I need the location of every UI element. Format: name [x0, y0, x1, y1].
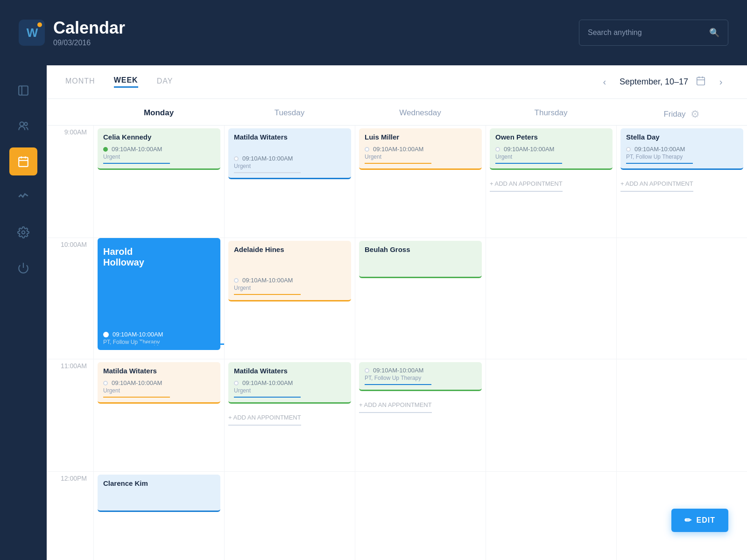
logo-icon: W — [19, 20, 45, 46]
wednesday-12pm-cell — [355, 472, 486, 560]
tabs-left: MONTH WEEK DAY — [65, 76, 173, 88]
friday-10am-cell — [616, 238, 747, 359]
appt-dot — [234, 381, 239, 385]
header-friday: Friday ⚙ — [616, 108, 747, 120]
sidebar-item-analytics[interactable] — [9, 183, 37, 211]
tuesday-11am-cell: Matilda Witaters 09:10AM-10:00AM Urgent … — [224, 359, 355, 471]
appt-owen-peters[interactable]: Owen Peters 09:10AM-10:00AM Urgent — [490, 128, 613, 170]
appt-type: PT, Follow Up Therapy — [626, 154, 738, 160]
monday-9am-cell: Celia Kennedy 09:10AM-10:00AM Urgent — [93, 126, 224, 238]
monday-12pm-cell: Clarence Kim — [93, 472, 224, 560]
header-monday: Monday — [93, 108, 224, 120]
appt-stella-day[interactable]: Stella Day 09:10AM-10:00AM PT, Follow Up… — [620, 128, 743, 170]
svg-rect-0 — [19, 86, 28, 95]
time-label-10am: 10:00AM — [47, 238, 93, 359]
appt-time: 09:10AM-10:00AM — [234, 155, 345, 162]
calendar-grid: Monday Tuesday Wednesday Thursday Friday… — [47, 99, 747, 560]
svg-rect-10 — [697, 77, 705, 85]
date-range: September, 10–17 — [620, 77, 688, 87]
sidebar-item-users[interactable] — [9, 112, 37, 140]
prev-button[interactable]: ‹ — [597, 75, 612, 90]
sidebar-item-calendar[interactable] — [9, 147, 37, 175]
monday-11am-cell: Matilda Witaters 09:10AM-10:00AM Urgent — [93, 359, 224, 471]
appt-name: Clarence Kim — [103, 479, 215, 487]
appt-time: 09:10AM-10:00AM — [103, 146, 215, 153]
friday-9am-cell: Stella Day 09:10AM-10:00AM PT, Follow Up… — [616, 126, 747, 238]
search-box[interactable]: 🔍 — [579, 20, 728, 46]
friday-11am-cell — [616, 359, 747, 471]
appt-beulah-gross[interactable]: Beulah Gross — [359, 241, 482, 278]
appt-name: Celia Kennedy — [103, 133, 215, 141]
header: W Calendar 09/03/2016 🔍 — [0, 0, 747, 65]
time-row-12pm: 12:00PM Clarence Kim — [47, 472, 747, 560]
svg-point-8 — [22, 231, 25, 234]
appt-adelaide-hines[interactable]: Adelaide Hines 09:10AM-10:00AM Urgent — [228, 241, 351, 301]
add-appt-friday-9[interactable]: + ADD AN APPOINTMENT — [620, 176, 693, 192]
header-tuesday: Tuesday — [224, 108, 355, 120]
appt-time: 09:10AM-10:00AM — [365, 146, 476, 153]
appt-time: 09:10AM-10:00AM — [103, 379, 215, 386]
appt-wed-followup[interactable]: 09:10AM-10:00AM PT, Follow Up Therapy — [359, 362, 482, 391]
appt-dot — [365, 368, 369, 373]
tuesday-9am-cell: Matilda Witaters 09:10AM-10:00AM Urgent — [224, 126, 355, 238]
appt-clarence-kim[interactable]: Clarence Kim — [98, 475, 220, 512]
tab-day[interactable]: DAY — [157, 77, 173, 87]
edit-icon: ✏ — [684, 515, 692, 525]
appt-luis-miller[interactable]: Luis Miller 09:10AM-10:00AM Urgent — [359, 128, 482, 170]
add-appt-thursday-9[interactable]: + ADD AN APPOINTMENT — [490, 176, 563, 192]
tab-week[interactable]: WEEK — [114, 76, 138, 88]
header-title: Calendar 09/03/2016 — [53, 18, 125, 47]
appt-name: Matilda Witaters — [234, 133, 345, 141]
grid-header: Monday Tuesday Wednesday Thursday Friday… — [47, 99, 747, 126]
thursday-9am-cell: Owen Peters 09:10AM-10:00AM Urgent + ADD… — [486, 126, 616, 238]
header-wednesday: Wednesday — [355, 108, 486, 120]
appt-dot — [626, 147, 631, 152]
appt-time: 09:10AM-10:00AM — [495, 146, 607, 153]
appt-type: Urgent — [234, 285, 345, 291]
sidebar-item-settings[interactable] — [9, 218, 37, 246]
next-button[interactable]: › — [713, 75, 728, 90]
appt-type: Urgent — [103, 154, 215, 160]
appt-type: PT, Follow Up Therapy — [365, 375, 476, 381]
appt-time: 09:10AM-10:00AM — [103, 331, 215, 338]
appt-matilda-tue-9[interactable]: Matilda Witaters 09:10AM-10:00AM Urgent — [228, 128, 351, 179]
appt-name: Matilda Witaters — [103, 367, 215, 375]
time-row-9am: 9:00AM Celia Kennedy 09:10AM-10:00AM Urg… — [47, 126, 747, 238]
appt-matilda-tue-11[interactable]: Matilda Witaters 09:10AM-10:00AM Urgent — [228, 362, 351, 404]
appt-name: Luis Miller — [365, 133, 476, 141]
sidebar-item-power[interactable] — [9, 254, 37, 282]
page-title: Calendar — [53, 18, 125, 38]
appt-type: Urgent — [365, 154, 476, 160]
appt-time: 09:10AM-10:00AM — [365, 367, 476, 374]
search-input[interactable] — [588, 28, 704, 37]
edit-button[interactable]: ✏ EDIT — [671, 509, 728, 532]
grid-settings-icon[interactable]: ⚙ — [691, 108, 700, 120]
appt-name: HaroldHolloway — [103, 243, 215, 268]
appt-name: Matilda Witaters — [234, 367, 345, 375]
appt-time: 09:10AM-10:00AM — [234, 379, 345, 386]
sidebar-item-book[interactable] — [9, 77, 37, 105]
appt-time: 09:10AM-10:00AM — [234, 277, 345, 284]
wednesday-10am-cell: Beulah Gross — [355, 238, 486, 359]
appt-type: Urgent — [234, 387, 345, 394]
add-appt-tuesday-11[interactable]: + ADD AN APPOINTMENT — [228, 410, 301, 426]
wednesday-9am-cell: Luis Miller 09:10AM-10:00AM Urgent — [355, 126, 486, 238]
appt-name: Owen Peters — [495, 133, 607, 141]
add-appt-wednesday-11[interactable]: + ADD AN APPOINTMENT — [359, 398, 432, 413]
time-header-empty — [47, 108, 93, 120]
appt-dot — [495, 147, 500, 152]
edit-label: EDIT — [697, 516, 715, 525]
time-label-11am: 11:00AM — [47, 359, 93, 471]
appt-matilda-mon-11[interactable]: Matilda Witaters 09:10AM-10:00AM Urgent — [98, 362, 220, 404]
thursday-10am-cell — [486, 238, 616, 359]
appt-celia-kennedy[interactable]: Celia Kennedy 09:10AM-10:00AM Urgent — [98, 128, 220, 170]
svg-point-2 — [20, 122, 24, 126]
tab-month[interactable]: MONTH — [65, 77, 95, 87]
time-row-11am: 11:00AM Matilda Witaters 09:10AM-10:00AM… — [47, 359, 747, 472]
main-layout: MONTH WEEK DAY ‹ September, 10–17 › Mond… — [0, 65, 747, 560]
time-label-12pm: 12:00PM — [47, 472, 93, 560]
search-icon: 🔍 — [709, 28, 719, 38]
appt-dot — [234, 278, 239, 283]
appt-harold-holloway[interactable]: HaroldHolloway 09:10AM-10:00AM PT, Follo… — [98, 238, 220, 350]
appt-dot — [365, 147, 369, 152]
